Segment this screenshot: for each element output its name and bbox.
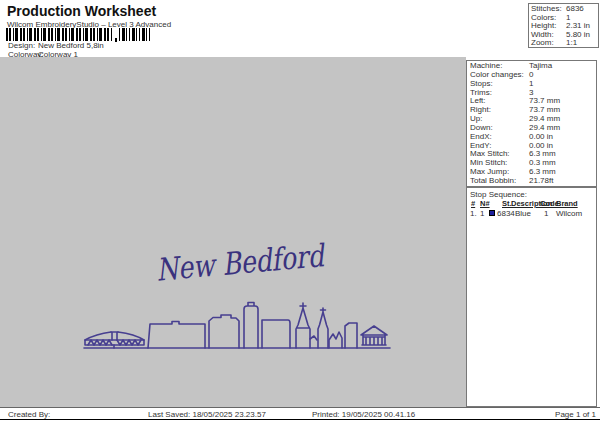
stop-description: Blue [515,209,531,218]
stat-row: Zoom: 1:1 [529,39,598,48]
design-script-graphic: New Bedford [150,233,340,291]
design-label: Design: [8,41,38,50]
buildings-graphic [148,303,290,349]
stop-needle: 1 [480,209,484,218]
bridge-graphic [85,332,144,348]
design-row: Design: New Bedford 5,8in [8,41,104,50]
stop-brand: Wilcom [556,209,582,218]
stop-stitches: 6834 [497,209,515,218]
barcode-bars [6,28,113,41]
thread-color-swatch [489,210,495,216]
barcode-separator [113,28,119,41]
design-barcode [6,28,152,41]
design-canvas: New Bedford [0,57,466,407]
col-header-n: N# [480,199,490,208]
page-title: Production Worksheet [7,3,156,19]
design-script-text: New Bedford [155,237,328,288]
summary-panel: Stitches: 6836 Colors: 1 Height: 2.31 in… [528,3,599,48]
classical-building-graphic [361,326,387,345]
last-saved-text: Last Saved: 18/05/2025 23.23.57 [148,410,266,419]
page-footer: Created By: Last Saved: 18/05/2025 23.23… [0,407,600,420]
stop-num: 1. [470,209,477,218]
stop-sequence-panel: Stop Sequence: # N# St. Description Code… [466,187,597,407]
col-header-num: # [471,199,475,208]
design-value: New Bedford 5,8in [38,41,104,50]
page-number: Page 1 of 1 [555,410,596,419]
skyline-graphic [78,295,398,353]
machine-row: Total Bobbin:21.78ft [467,177,596,186]
created-by-label: Created By: [8,410,50,419]
stat-value: 1:1 [566,39,577,48]
machine-row-label: Total Bobbin: [470,177,529,186]
barcode-bars [119,28,152,41]
machine-panel: Machine:Tajima Color changes:0 Stops:1 T… [466,60,597,187]
col-header-brand: Brand [556,199,578,208]
printed-text: Printed: 19/05/2025 00.41.16 [312,410,415,419]
stop-code: 1 [544,209,548,218]
stop-sequence-title: Stop Sequence: [470,190,527,199]
machine-row-value: 21.78ft [529,177,553,186]
stat-label: Zoom: [531,39,566,48]
church-spires-graphic [296,303,357,348]
